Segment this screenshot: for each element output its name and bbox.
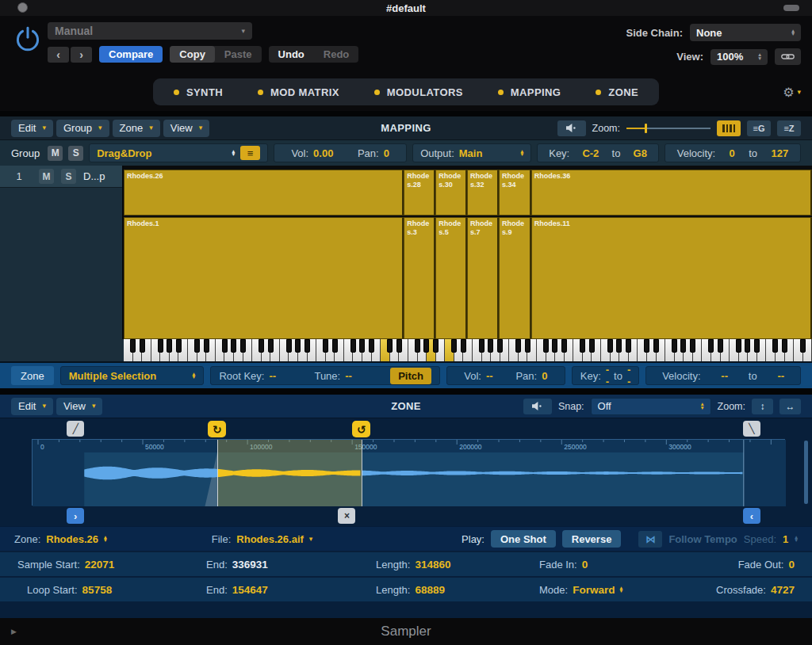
zone-block[interactable]: Rhodes.3 [404,217,435,339]
black-key[interactable] [268,339,274,353]
black-key[interactable] [204,339,209,353]
keyboard-view-button[interactable] [717,120,741,136]
black-key[interactable] [800,339,806,353]
group-menu-button[interactable]: ≡ [240,146,260,160]
black-key[interactable] [745,339,750,353]
black-key[interactable] [295,339,301,353]
copy-button[interactable]: Copy [170,46,215,63]
reverse-button[interactable]: Reverse [562,530,622,548]
black-key[interactable] [782,339,787,353]
group-mute-button[interactable]: M [48,146,63,161]
group-solo-button[interactable]: S [61,169,76,184]
black-key[interactable] [708,339,714,353]
mapping-zoom-slider[interactable] [626,123,710,134]
black-key[interactable] [451,339,457,353]
zone-block[interactable]: Rhodes.32 [467,170,499,216]
tune-value[interactable]: -- [345,370,352,382]
key-to-value[interactable]: -- [627,364,630,387]
black-key[interactable] [461,339,466,353]
zone-block[interactable]: Rhodes.28 [404,170,435,216]
black-key[interactable] [543,339,549,353]
black-key[interactable] [433,339,439,353]
black-key[interactable] [626,339,631,353]
menu-view[interactable]: View▾ [163,120,209,137]
black-key[interactable] [222,339,228,353]
disclosure-triangle-icon[interactable]: ▶ [11,628,17,635]
tab-mapping[interactable]: MAPPING [481,78,578,105]
black-key[interactable] [231,339,236,353]
scrollbar[interactable] [804,441,808,504]
velocity-from-value[interactable]: 0 [730,147,735,159]
black-key[interactable] [259,339,264,353]
black-key[interactable] [616,339,622,353]
loop-start-value[interactable]: 85758 [82,584,113,596]
black-key[interactable] [690,339,695,353]
power-button[interactable] [8,21,48,73]
group-list-item[interactable]: 1 M S D...p [0,166,122,188]
root-key-value[interactable]: -- [269,370,276,382]
speed-value[interactable]: 1 [783,533,788,545]
black-key[interactable] [736,339,741,353]
black-key[interactable] [359,339,365,353]
velocity-to-value[interactable]: 127 [772,147,789,159]
black-key[interactable] [580,339,585,353]
black-key[interactable] [497,339,503,353]
black-key[interactable] [350,339,356,353]
sample-length-value[interactable]: 314860 [415,559,450,571]
zone-block[interactable]: Rhodes.34 [499,170,531,216]
pan-value[interactable]: 0 [384,147,389,159]
audition-button[interactable] [557,120,586,136]
snap-dropdown[interactable]: Off ▴▾ [591,398,711,415]
zone-block[interactable]: Rhodes.9 [499,217,531,339]
velocity-from-value[interactable]: -- [721,370,728,382]
sample-start-value[interactable]: 22071 [85,559,115,571]
window-close-button[interactable] [17,2,28,13]
zoom-vertical-button[interactable]: ↕ [752,399,773,414]
black-key[interactable] [286,339,292,353]
black-key[interactable] [176,339,182,353]
menu-edit[interactable]: Edit▾ [11,120,53,137]
file-value[interactable]: Rhodes.26.aif [236,533,304,545]
black-key[interactable] [680,339,686,353]
zone-name-value[interactable]: Rhodes.26 [46,533,98,545]
black-key[interactable] [158,339,163,353]
loop-end-marker[interactable]: ↺ [352,421,370,437]
side-chain-dropdown[interactable]: None ▴▾ [690,24,801,41]
group-list-view-button[interactable]: ≡G [747,120,771,136]
zone-block[interactable]: Rhodes.30 [435,170,467,216]
undo-button[interactable]: Undo [269,46,314,63]
group-output-selector[interactable]: Output: Main ▴▾ [412,143,531,162]
black-key[interactable] [772,339,778,353]
key-from-value[interactable]: C-2 [582,147,599,159]
black-key[interactable] [589,339,595,353]
fade-out-handle[interactable]: ╲ [743,421,760,437]
zone-block[interactable]: Rhodes.36 [531,170,812,216]
group-mute-button[interactable]: M [39,169,54,184]
zone-block[interactable]: Rhodes.11 [531,217,812,339]
loop-start-marker[interactable]: ↻ [208,421,226,437]
waveform-display[interactable]: 050000100000150000200000250000300000 [32,439,785,506]
menu-zone[interactable]: Zone▾ [113,120,160,137]
fade-in-value[interactable]: 0 [582,559,588,571]
black-key[interactable] [332,339,338,353]
vol-value[interactable]: -- [486,370,493,382]
black-key[interactable] [488,339,493,353]
vol-value[interactable]: 0.00 [313,147,333,159]
black-key[interactable] [369,339,374,353]
black-key[interactable] [525,339,530,353]
one-shot-button[interactable]: One Shot [491,530,556,548]
group-solo-button[interactable]: S [68,146,83,161]
black-key[interactable] [754,339,760,353]
key-from-value[interactable]: -- [606,364,609,387]
black-key[interactable] [130,339,136,353]
paste-button[interactable]: Paste [215,46,262,63]
redo-button[interactable]: Redo [314,46,359,63]
fade-in-handle[interactable]: ╱ [67,421,84,437]
menu-group[interactable]: Group▾ [56,120,109,137]
view-zoom-stepper[interactable]: 100% ▴▾ [710,49,768,65]
zone-block[interactable]: Rhodes.26 [124,170,404,216]
sample-end-handle[interactable]: ‹ [743,508,760,524]
menu-view[interactable]: View▾ [56,398,102,415]
fade-out-value[interactable]: 0 [788,559,795,571]
slider-handle[interactable] [645,124,647,133]
